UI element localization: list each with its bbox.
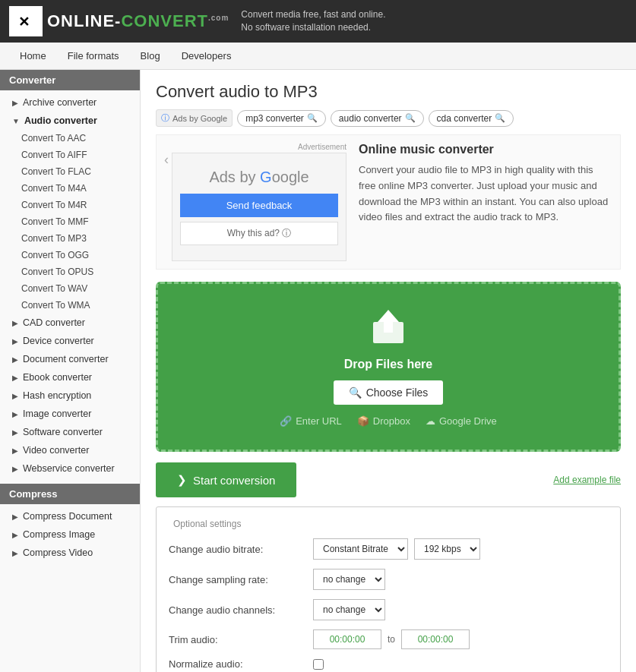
conversion-row: ❯ Start conversion Add example file (156, 462, 621, 497)
dropbox-link[interactable]: 📦 Dropbox (357, 415, 410, 427)
sidebar-item-webservice-converter[interactable]: ▶ Webservice converter (0, 459, 140, 478)
sidebar-sub-m4r[interactable]: Convert To M4R (0, 197, 140, 213)
trim-to-label: to (388, 634, 395, 645)
search-icon: 🔍 (405, 113, 416, 123)
setting-label-bitrate: Change audio bitrate: (169, 544, 313, 555)
sidebar-item-video-converter[interactable]: ▶ Video converter (0, 441, 140, 459)
sidebar-sub-aiff[interactable]: Convert To AIFF (0, 147, 140, 163)
sidebar-item-audio-converter[interactable]: ▼ Audio converter (0, 112, 140, 130)
sampling-rate-select[interactable]: no change 8000 Hz 11025 Hz 16000 Hz 2205… (313, 569, 385, 590)
bitrate-value-select[interactable]: 192 kbps 128 kbps 256 kbps 320 kbps 64 k… (414, 538, 480, 560)
nav-blog[interactable]: Blog (130, 43, 171, 69)
link-icon: 🔗 (280, 415, 292, 427)
setting-control-bitrate: Constant Bitrate Variable Bitrate 192 kb… (313, 538, 480, 560)
search-icon: 🔍 (349, 386, 362, 399)
sidebar-sub-opus[interactable]: Convert To OPUS (0, 263, 140, 280)
arrow-right-icon: ▶ (12, 355, 18, 364)
main-content: Convert audio to MP3 ⓘ Ads by Google mp3… (141, 70, 636, 672)
search-bar: ⓘ Ads by Google mp3 converter 🔍 audio co… (156, 109, 621, 127)
drop-links: 🔗 Enter URL 📦 Dropbox ☁ Google Drive (173, 415, 603, 427)
sidebar-sub-aac[interactable]: Convert To AAC (0, 130, 140, 147)
arrow-right-icon: ▶ (12, 337, 18, 345)
search-pill-cda[interactable]: cda converter 🔍 (429, 110, 514, 127)
sidebar-item-document-converter[interactable]: ▶ Document converter (0, 350, 140, 368)
setting-audio-bitrate: Change audio bitrate: Constant Bitrate V… (169, 538, 608, 560)
ad-advertisement-label: Advertisement (164, 143, 346, 151)
sidebar-item-device-converter[interactable]: ▶ Device converter (0, 332, 140, 350)
arrow-right-icon: ▶ (12, 465, 18, 473)
setting-trim-audio: Trim audio: to (169, 629, 608, 649)
setting-sampling-rate: Change sampling rate: no change 8000 Hz … (169, 569, 608, 590)
logo[interactable]: ✕ ONLINE-CONVERT.com (9, 6, 229, 36)
sidebar-item-compress-video[interactable]: ▶ Compress Video (0, 544, 140, 562)
bitrate-type-select[interactable]: Constant Bitrate Variable Bitrate (313, 538, 408, 560)
arrow-right-icon: ▶ (12, 446, 18, 455)
nav-file-formats[interactable]: File formats (57, 43, 130, 69)
sidebar-item-archive-converter[interactable]: ▶ Archive converter (0, 93, 140, 112)
sidebar-item-compress-document[interactable]: ▶ Compress Document (0, 507, 140, 525)
normalize-checkbox[interactable] (313, 659, 324, 670)
enter-url-link[interactable]: 🔗 Enter URL (280, 415, 342, 427)
send-feedback-button[interactable]: Send feedback (180, 194, 338, 217)
start-conversion-button[interactable]: ❯ Start conversion (156, 462, 296, 497)
sidebar-item-hash-encryption[interactable]: ▶ Hash encryption (0, 386, 140, 405)
why-ad-button[interactable]: Why this ad? ⓘ (180, 222, 338, 245)
sidebar-sub-mp3[interactable]: Convert To MP3 (0, 230, 140, 247)
sidebar-item-software-converter[interactable]: ▶ Software converter (0, 423, 140, 441)
sidebar-sub-mmf[interactable]: Convert To MMF (0, 213, 140, 230)
arrow-right-icon: ▶ (12, 392, 18, 400)
drop-zone[interactable]: Drop Files here 🔍 Choose Files 🔗 Enter U… (156, 282, 621, 452)
add-example-link[interactable]: Add example file (553, 475, 621, 485)
chevron-right-icon: ❯ (177, 473, 187, 487)
search-pill-mp3[interactable]: mp3 converter 🔍 (237, 110, 326, 127)
sidebar-sub-wav[interactable]: Convert To WAV (0, 280, 140, 297)
trim-to-input[interactable] (401, 629, 470, 649)
search-icon: 🔍 (307, 113, 318, 123)
sidebar-sub-flac[interactable]: Convert To FLAC (0, 163, 140, 180)
arrow-right-icon: ▶ (12, 531, 18, 539)
nav-developers[interactable]: Developers (171, 43, 242, 69)
setting-control-sampling: no change 8000 Hz 11025 Hz 16000 Hz 2205… (313, 569, 385, 590)
sidebar-sub-ogg[interactable]: Convert To OGG (0, 247, 140, 263)
ad-arrow-icon: ‹ (164, 153, 169, 166)
nav-home[interactable]: Home (9, 43, 57, 69)
google-drive-link[interactable]: ☁ Google Drive (426, 415, 497, 427)
logo-icon: ✕ (9, 6, 43, 36)
sidebar-sub-m4a[interactable]: Convert To M4A (0, 180, 140, 197)
header-tagline: Convert media free, fast and online. No … (241, 8, 385, 34)
sidebar-item-compress-image[interactable]: ▶ Compress Image (0, 525, 140, 544)
arrow-right-icon: ▶ (12, 374, 18, 382)
arrow-right-icon: ▶ (12, 428, 18, 437)
converter-info-desc: Convert your audio file to MP3 in high q… (359, 162, 612, 226)
ads-label: ⓘ Ads by Google (156, 109, 233, 127)
choose-files-button[interactable]: 🔍 Choose Files (334, 380, 444, 405)
arrow-right-icon: ▶ (12, 319, 18, 327)
channels-select[interactable]: no change mono stereo (313, 599, 385, 620)
sidebar-sub-wma[interactable]: Convert To WMA (0, 297, 140, 314)
trim-from-input[interactable] (313, 629, 381, 649)
sidebar-item-cad-converter[interactable]: ▶ CAD converter (0, 314, 140, 332)
arrow-right-icon: ▶ (12, 410, 18, 418)
setting-label-trim: Trim audio: (169, 634, 313, 645)
svg-text:✕: ✕ (18, 14, 30, 30)
sidebar-section-compress: Compress (0, 484, 140, 504)
setting-label-normalize: Normalize audio: (169, 658, 313, 670)
logo-com: .com (208, 14, 229, 22)
main-nav: Home File formats Blog Developers (0, 43, 636, 70)
header: ✕ ONLINE-CONVERT.com Convert media free,… (0, 0, 636, 43)
sidebar-item-image-converter[interactable]: ▶ Image converter (0, 405, 140, 423)
ad-google-block: Ads by Google Send feedback Why this ad?… (172, 153, 346, 261)
ad-google-text: Ads by Google (180, 169, 338, 186)
optional-settings: Optional settings Change audio bitrate: … (156, 506, 621, 672)
sidebar-item-ebook-converter[interactable]: ▶ Ebook converter (0, 368, 140, 386)
search-pill-audio[interactable]: audio converter 🔍 (331, 110, 424, 127)
arrow-right-icon: ▶ (12, 99, 18, 107)
layout: Converter ▶ Archive converter ▼ Audio co… (0, 70, 636, 672)
optional-settings-title: Optional settings (169, 519, 245, 529)
setting-normalize-audio: Normalize audio: (169, 658, 608, 670)
trim-row: to (313, 629, 470, 649)
arrow-right-icon: ▶ (12, 549, 18, 557)
converter-info: Online music converter Convert your audi… (359, 143, 612, 261)
drop-text: Drop Files here (173, 358, 603, 371)
page-title: Convert audio to MP3 (156, 82, 621, 102)
